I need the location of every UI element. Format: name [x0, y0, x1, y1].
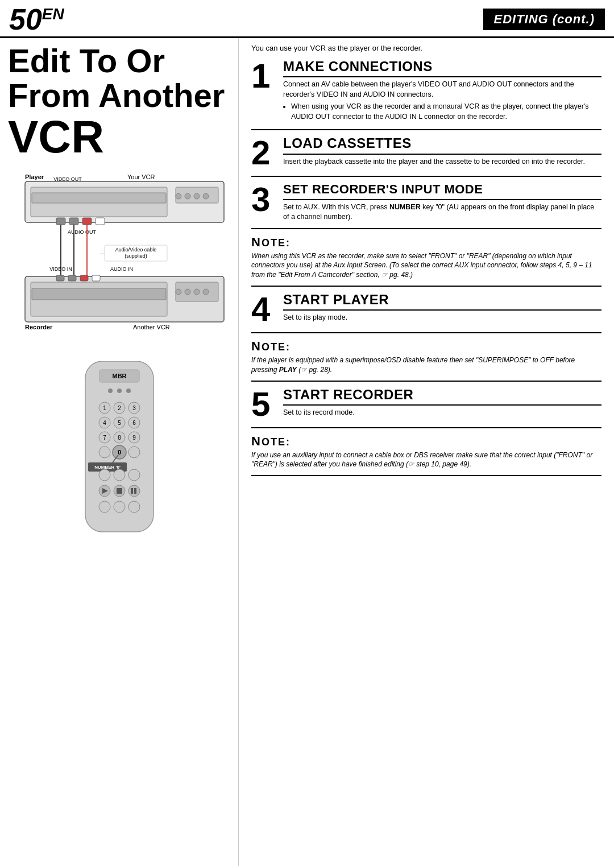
svg-text:Your VCR: Your VCR: [127, 173, 155, 180]
svg-text:6: 6: [132, 420, 136, 426]
note-2: NOTE: If the player is equipped with a s…: [251, 339, 601, 382]
step-2-title: LOAD CASSETTES: [283, 136, 601, 154]
left-column: Edit To Or From Another VCR Player Your …: [0, 38, 239, 866]
step-3: 3 SET RECORDER'S INPUT MODE Set to AUX. …: [251, 183, 601, 229]
svg-text:0: 0: [117, 449, 121, 456]
step-4-title: START PLAYER: [283, 292, 601, 311]
title-line1: Edit To Or: [8, 42, 165, 79]
svg-text:AUDIO IN: AUDIO IN: [110, 266, 133, 272]
step-2: 2 LOAD CASSETTES Insert the playback cas…: [251, 136, 601, 177]
step-2-content: LOAD CASSETTES Insert the playback casse…: [283, 136, 601, 170]
svg-rect-5: [32, 193, 166, 203]
step-3-title: SET RECORDER'S INPUT MODE: [283, 183, 601, 200]
svg-text:Audio/Video cable: Audio/Video cable: [115, 247, 156, 253]
svg-text:Another VCR: Another VCR: [133, 324, 170, 330]
svg-point-43: [108, 388, 113, 393]
svg-rect-13: [82, 218, 92, 225]
page-header: 50EN EDITING (cont.): [0, 0, 614, 38]
svg-text:MBR: MBR: [112, 373, 126, 379]
svg-text:2: 2: [118, 405, 121, 411]
step-5-desc: Set to its record mode.: [283, 408, 601, 418]
step-5-title: START RECORDER: [283, 387, 601, 406]
svg-text:Player: Player: [25, 173, 44, 180]
step-3-content: SET RECORDER'S INPUT MODE Set to AUX. Wi…: [283, 183, 601, 222]
page-suffix: EN: [42, 5, 64, 23]
step-2-desc: Insert the playback cassette into the pl…: [283, 157, 601, 167]
page-number: 50EN: [9, 5, 64, 34]
svg-rect-79: [131, 488, 133, 494]
step-number-3: 3: [251, 183, 276, 222]
svg-point-73: [128, 469, 140, 481]
note-3: NOTE: If you use an auxiliary input to c…: [251, 434, 601, 477]
svg-point-71: [99, 469, 110, 481]
main-content: Edit To Or From Another VCR Player Your …: [0, 38, 614, 866]
svg-rect-31: [68, 275, 76, 281]
svg-rect-14: [96, 218, 105, 225]
svg-text:VIDEO OUT: VIDEO OUT: [53, 176, 82, 182]
svg-text:8: 8: [118, 435, 121, 441]
step-4-content: START PLAYER Set to its play mode.: [283, 292, 601, 326]
step-5-content: START RECORDER Set to its record mode.: [283, 387, 601, 421]
svg-rect-77: [117, 488, 122, 494]
title-line3: VCR: [8, 113, 230, 161]
note-2-title: NOTE:: [251, 339, 601, 354]
svg-rect-33: [92, 275, 100, 281]
step-1-bullet: When using your VCR as the recorder and …: [291, 102, 601, 122]
intro-text: You can use your VCR as the player or th…: [251, 44, 601, 52]
note-1-title: NOTE:: [251, 235, 601, 250]
svg-point-7: [185, 193, 190, 199]
svg-point-67: [128, 447, 140, 458]
page-num-text: 50: [9, 3, 42, 36]
note-3-title: NOTE:: [251, 434, 601, 449]
step-3-desc: Set to AUX. With this VCR, press NUMBER …: [283, 202, 601, 222]
step-5: 5 START RECORDER Set to its record mode.: [251, 387, 601, 428]
svg-point-64: [99, 447, 110, 458]
step-number-5: 5: [251, 387, 276, 421]
svg-point-45: [126, 388, 131, 393]
svg-point-44: [117, 388, 122, 393]
svg-text:NUMBER '0': NUMBER '0': [94, 465, 121, 470]
step-number-2: 2: [251, 136, 276, 170]
step-1: 1 MAKE CONNECTIONS Connect an AV cable b…: [251, 59, 601, 130]
remote-illustration: MBR 1 2 3 4 5 6 7: [8, 361, 230, 555]
svg-point-36: [194, 289, 200, 295]
svg-text:VIDEO IN: VIDEO IN: [49, 266, 72, 272]
note-2-desc: If the player is equipped with a superim…: [251, 356, 601, 375]
svg-rect-80: [134, 488, 136, 494]
note-1-desc: When using this VCR as the recorder, mak…: [251, 251, 601, 280]
svg-point-72: [114, 469, 125, 481]
svg-point-8: [194, 193, 200, 199]
svg-rect-29: [32, 288, 166, 300]
svg-point-81: [99, 501, 110, 512]
right-column: You can use your VCR as the player or th…: [239, 38, 614, 866]
step-1-desc: Connect an AV cable between the player's…: [283, 80, 601, 122]
svg-rect-30: [56, 275, 64, 281]
step-number-1: 1: [251, 59, 276, 123]
svg-text:Recorder: Recorder: [25, 324, 53, 330]
note-1: NOTE: When using this VCR as the recorde…: [251, 235, 601, 287]
svg-rect-11: [56, 218, 65, 225]
section-title: EDITING (cont.): [483, 9, 605, 30]
step-4-desc: Set to its play mode.: [283, 313, 601, 323]
svg-text:(supplied): (supplied): [125, 253, 147, 259]
svg-rect-12: [69, 218, 78, 225]
svg-text:1: 1: [103, 405, 106, 411]
svg-point-83: [128, 501, 140, 512]
svg-text:AUDIO OUT: AUDIO OUT: [68, 229, 97, 235]
title-line2: From Another: [8, 77, 225, 114]
svg-point-37: [203, 289, 209, 295]
svg-text:3: 3: [132, 405, 136, 411]
svg-text:5: 5: [118, 420, 121, 426]
note-3-desc: If you use an auxiliary input to connect…: [251, 450, 601, 470]
step-4: 4 START PLAYER Set to its play mode.: [251, 292, 601, 333]
svg-text:4: 4: [103, 420, 106, 426]
svg-point-6: [176, 193, 181, 199]
svg-text:7: 7: [103, 435, 106, 441]
step-1-content: MAKE CONNECTIONS Connect an AV cable bet…: [283, 59, 601, 123]
svg-rect-32: [80, 275, 88, 281]
svg-point-35: [185, 289, 190, 295]
svg-point-82: [114, 501, 125, 512]
svg-point-9: [203, 193, 209, 199]
vcr-diagram: Player Your VCR VIDEO OUT: [8, 171, 230, 350]
svg-point-34: [176, 289, 181, 295]
